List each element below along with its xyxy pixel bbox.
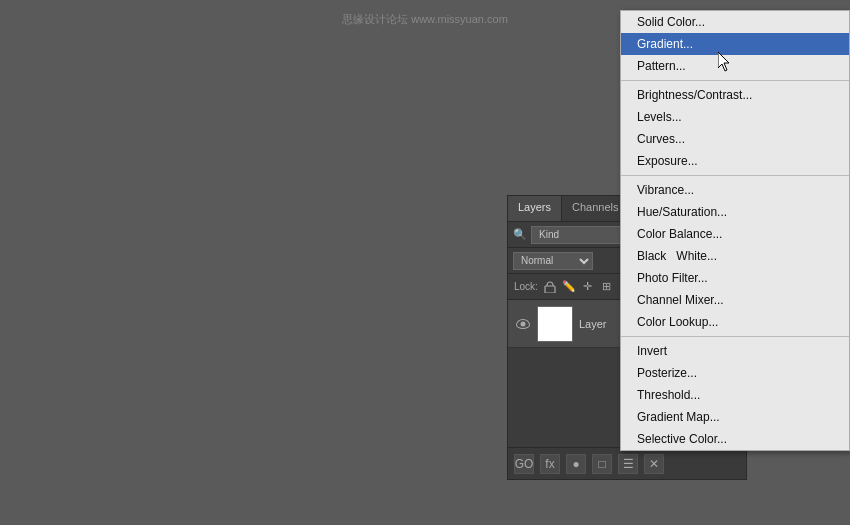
lock-all-icon[interactable]: ⊞ — [600, 280, 614, 294]
menu-item-exposure[interactable]: Exposure... — [621, 150, 849, 172]
svg-rect-0 — [545, 286, 555, 293]
blend-mode-select[interactable]: Normal — [513, 252, 593, 270]
menu-item-vibrance[interactable]: Vibrance... — [621, 179, 849, 201]
new-group-button[interactable]: □ — [592, 454, 612, 474]
menu-item-black-white[interactable]: Black White... — [621, 245, 849, 267]
menu-item-levels[interactable]: Levels... — [621, 106, 849, 128]
mask-button[interactable]: ● — [566, 454, 586, 474]
separator-3 — [621, 336, 849, 337]
new-layer-button[interactable]: ☰ — [618, 454, 638, 474]
delete-layer-button[interactable]: ✕ — [644, 454, 664, 474]
menu-item-invert[interactable]: Invert — [621, 340, 849, 362]
menu-item-pattern[interactable]: Pattern... — [621, 55, 849, 77]
lock-position-icon[interactable]: ✛ — [581, 280, 595, 294]
menu-item-color-balance[interactable]: Color Balance... — [621, 223, 849, 245]
menu-item-photo-filter[interactable]: Photo Filter... — [621, 267, 849, 289]
layer-name: Layer — [579, 318, 607, 330]
fx-button[interactable]: fx — [540, 454, 560, 474]
menu-item-curves[interactable]: Curves... — [621, 128, 849, 150]
tab-layers[interactable]: Layers — [508, 196, 562, 221]
separator-2 — [621, 175, 849, 176]
menu-item-threshold[interactable]: Threshold... — [621, 384, 849, 406]
menu-item-gradient[interactable]: Gradient... — [621, 33, 849, 55]
search-icon: 🔍 — [513, 228, 527, 241]
menu-item-solid-color[interactable]: Solid Color... — [621, 11, 849, 33]
separator-1 — [621, 80, 849, 81]
menu-item-posterize[interactable]: Posterize... — [621, 362, 849, 384]
layers-footer: GO fx ● □ ☰ ✕ — [508, 447, 746, 479]
lock-image-icon[interactable]: ✏️ — [562, 280, 576, 294]
menu-item-gradient-map[interactable]: Gradient Map... — [621, 406, 849, 428]
lock-transparent-icon[interactable] — [543, 280, 557, 294]
layer-thumbnail — [537, 306, 573, 342]
layer-visibility-toggle[interactable] — [514, 315, 532, 333]
link-layers-button[interactable]: GO — [514, 454, 534, 474]
eye-icon — [516, 319, 530, 329]
menu-item-channel-mixer[interactable]: Channel Mixer... — [621, 289, 849, 311]
adjustment-layer-menu: Solid Color... Gradient... Pattern... Br… — [620, 10, 850, 451]
lock-label: Lock: — [514, 281, 538, 292]
menu-item-hue-saturation[interactable]: Hue/Saturation... — [621, 201, 849, 223]
menu-item-selective-color[interactable]: Selective Color... — [621, 428, 849, 450]
menu-item-brightness-contrast[interactable]: Brightness/Contrast... — [621, 84, 849, 106]
watermark: 思缘设计论坛 www.missyuan.com — [342, 12, 508, 27]
menu-item-color-lookup[interactable]: Color Lookup... — [621, 311, 849, 333]
